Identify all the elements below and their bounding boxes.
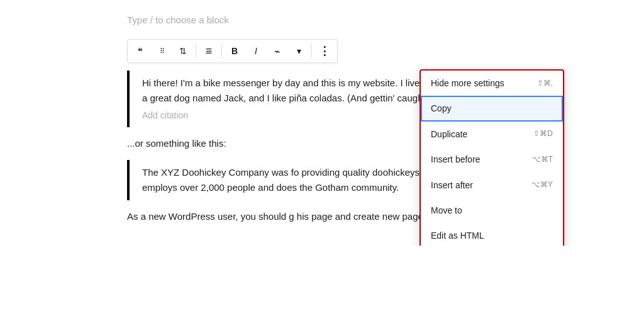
toolbar-bold-btn[interactable]: B — [225, 41, 245, 61]
toolbar-divider-3 — [311, 43, 312, 59]
toolbar-divider-1 — [196, 43, 196, 59]
toolbar-divider-2 — [221, 43, 222, 59]
menu-shortcut-insert-after: ⌥⌘Y — [531, 179, 553, 191]
menu-item-hide-more-settings[interactable]: Hide more settings ⇧⌘, — [421, 71, 563, 96]
menu-shortcut-duplicate: ⇧⌘D — [533, 128, 553, 140]
menu-shortcut-insert-before: ⌥⌘T — [532, 154, 553, 166]
menu-label-copy: Copy — [431, 101, 452, 115]
menu-label-insert-before: Insert before — [431, 152, 480, 166]
menu-label-edit-as-html: Edit as HTML — [431, 229, 484, 242]
editor-placeholder: Type / to choose a block — [127, 13, 517, 28]
menu-shortcut-hide-more-settings: ⇧⌘, — [537, 77, 553, 89]
editor-area: Type / to choose a block ❝ ⠿ ⇅ ≡ B I ⌁ ▾… — [102, 0, 542, 246]
toolbar-link-btn[interactable]: ⌁ — [267, 41, 287, 61]
toolbar-more-btn[interactable]: ⋮ — [314, 41, 335, 61]
menu-label-insert-after: Insert after — [431, 178, 473, 192]
toolbar-move-btn[interactable]: ⇅ — [173, 41, 193, 61]
toolbar-italic-btn[interactable]: I — [246, 41, 266, 61]
menu-label-duplicate: Duplicate — [431, 127, 467, 141]
menu-item-insert-after[interactable]: Insert after ⌥⌘Y — [421, 173, 563, 198]
block-toolbar: ❝ ⠿ ⇅ ≡ B I ⌁ ▾ ⋮ — [127, 39, 338, 63]
toolbar-chevron-btn[interactable]: ▾ — [289, 41, 309, 61]
menu-item-move-to[interactable]: Move to — [421, 198, 563, 223]
menu-item-duplicate[interactable]: Duplicate ⇧⌘D — [421, 122, 563, 147]
toolbar-drag-btn[interactable]: ⠿ — [152, 41, 172, 61]
toolbar-align-btn[interactable]: ≡ — [199, 41, 219, 61]
toolbar-quote-btn[interactable]: ❝ — [130, 41, 150, 61]
menu-item-edit-as-html[interactable]: Edit as HTML — [421, 223, 563, 246]
menu-item-copy[interactable]: Copy — [421, 96, 563, 121]
context-menu: Hide more settings ⇧⌘, Copy Duplicate ⇧⌘… — [419, 69, 564, 246]
menu-label-hide-more-settings: Hide more settings — [431, 76, 504, 90]
menu-item-insert-before[interactable]: Insert before ⌥⌘T — [421, 147, 563, 172]
menu-label-move-to: Move to — [431, 203, 462, 217]
